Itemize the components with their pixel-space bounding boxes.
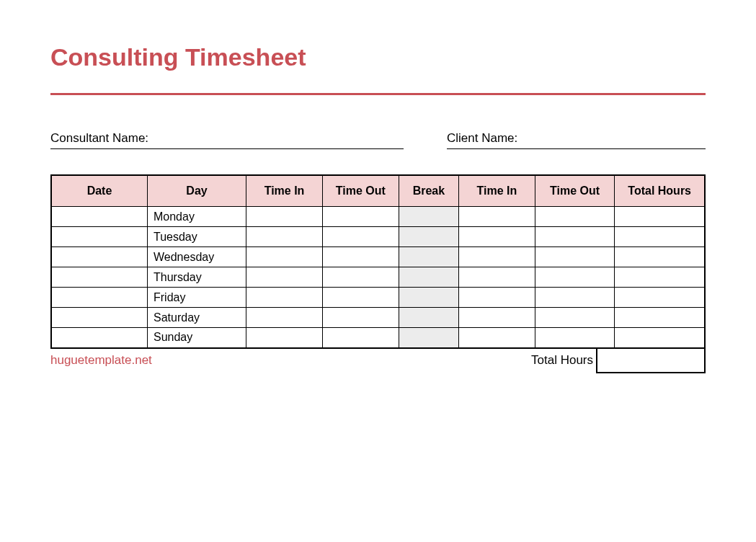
- table-row: Sunday: [51, 328, 705, 348]
- cell-day: Saturday: [147, 308, 246, 328]
- name-fields-row: Consultant Name: Client Name:: [50, 131, 706, 149]
- table-row: Wednesday: [51, 247, 705, 267]
- cell-total[interactable]: [615, 328, 705, 348]
- cell-time-out-1[interactable]: [322, 247, 399, 267]
- table-header-row: Date Day Time In Time Out Break Time In …: [51, 175, 705, 207]
- table-row: Thursday: [51, 267, 705, 288]
- table-row: Tuesday: [51, 227, 705, 247]
- cell-time-out-2[interactable]: [535, 267, 614, 288]
- client-name-field[interactable]: Client Name:: [447, 131, 706, 149]
- cell-break[interactable]: [399, 227, 458, 247]
- cell-time-in-1[interactable]: [246, 247, 323, 267]
- cell-time-in-1[interactable]: [246, 207, 323, 227]
- cell-date[interactable]: [51, 288, 147, 308]
- cell-date[interactable]: [51, 247, 147, 267]
- cell-time-out-1[interactable]: [322, 288, 399, 308]
- cell-time-out-2[interactable]: [535, 207, 614, 227]
- cell-time-in-2[interactable]: [459, 288, 535, 308]
- cell-total[interactable]: [615, 308, 705, 328]
- cell-day: Thursday: [147, 267, 246, 288]
- cell-time-out-1[interactable]: [322, 267, 399, 288]
- col-header-time-out-1: Time Out: [322, 175, 399, 207]
- col-header-time-out-2: Time Out: [535, 175, 614, 207]
- cell-break[interactable]: [399, 247, 458, 267]
- cell-time-out-1[interactable]: [322, 207, 399, 227]
- cell-time-out-1[interactable]: [322, 227, 399, 247]
- cell-time-in-1[interactable]: [246, 227, 323, 247]
- cell-total[interactable]: [615, 207, 705, 227]
- cell-break[interactable]: [399, 207, 458, 227]
- cell-total[interactable]: [615, 247, 705, 267]
- cell-time-out-2[interactable]: [535, 308, 614, 328]
- col-header-break: Break: [399, 175, 458, 207]
- cell-break[interactable]: [399, 267, 458, 288]
- page-title: Consulting Timesheet: [50, 43, 706, 71]
- cell-time-out-2[interactable]: [535, 247, 614, 267]
- footer-row: huguetemplate.net Total Hours: [50, 349, 706, 373]
- cell-time-in-2[interactable]: [459, 247, 535, 267]
- cell-day: Sunday: [147, 328, 246, 348]
- table-row: Saturday: [51, 308, 705, 328]
- cell-date[interactable]: [51, 328, 147, 348]
- cell-total[interactable]: [615, 288, 705, 308]
- cell-break[interactable]: [399, 288, 458, 308]
- cell-date[interactable]: [51, 308, 147, 328]
- title-divider: [50, 93, 706, 95]
- col-header-total-hours: Total Hours: [615, 175, 705, 207]
- cell-total[interactable]: [615, 267, 705, 288]
- cell-time-out-2[interactable]: [535, 288, 614, 308]
- cell-time-in-2[interactable]: [459, 328, 535, 348]
- cell-date[interactable]: [51, 267, 147, 288]
- table-row: Friday: [51, 288, 705, 308]
- cell-time-in-1[interactable]: [246, 288, 323, 308]
- total-hours-label: Total Hours: [531, 349, 596, 368]
- cell-day: Friday: [147, 288, 246, 308]
- cell-time-out-2[interactable]: [535, 328, 614, 348]
- cell-time-in-1[interactable]: [246, 267, 323, 288]
- cell-time-in-2[interactable]: [459, 308, 535, 328]
- cell-break[interactable]: [399, 308, 458, 328]
- consultant-name-label: Consultant Name:: [50, 131, 148, 145]
- table-row: Monday: [51, 207, 705, 227]
- cell-day: Wednesday: [147, 247, 246, 267]
- cell-day: Tuesday: [147, 227, 246, 247]
- client-name-label: Client Name:: [447, 131, 517, 145]
- consultant-name-field[interactable]: Consultant Name:: [50, 131, 404, 149]
- col-header-date: Date: [51, 175, 147, 207]
- table-body: Monday Tuesday Wednesday: [51, 207, 705, 348]
- cell-break[interactable]: [399, 328, 458, 348]
- cell-day: Monday: [147, 207, 246, 227]
- cell-time-out-2[interactable]: [535, 227, 614, 247]
- cell-time-in-2[interactable]: [459, 227, 535, 247]
- cell-date[interactable]: [51, 227, 147, 247]
- cell-time-in-2[interactable]: [459, 207, 535, 227]
- cell-date[interactable]: [51, 207, 147, 227]
- cell-total[interactable]: [615, 227, 705, 247]
- cell-time-out-1[interactable]: [322, 308, 399, 328]
- total-hours-box[interactable]: [596, 349, 706, 373]
- col-header-time-in-1: Time In: [246, 175, 323, 207]
- col-header-day: Day: [147, 175, 246, 207]
- footer-link[interactable]: huguetemplate.net: [50, 349, 152, 368]
- cell-time-in-2[interactable]: [459, 267, 535, 288]
- cell-time-out-1[interactable]: [322, 328, 399, 348]
- cell-time-in-1[interactable]: [246, 328, 323, 348]
- cell-time-in-1[interactable]: [246, 308, 323, 328]
- col-header-time-in-2: Time In: [459, 175, 535, 207]
- timesheet-table: Date Day Time In Time Out Break Time In …: [50, 174, 706, 349]
